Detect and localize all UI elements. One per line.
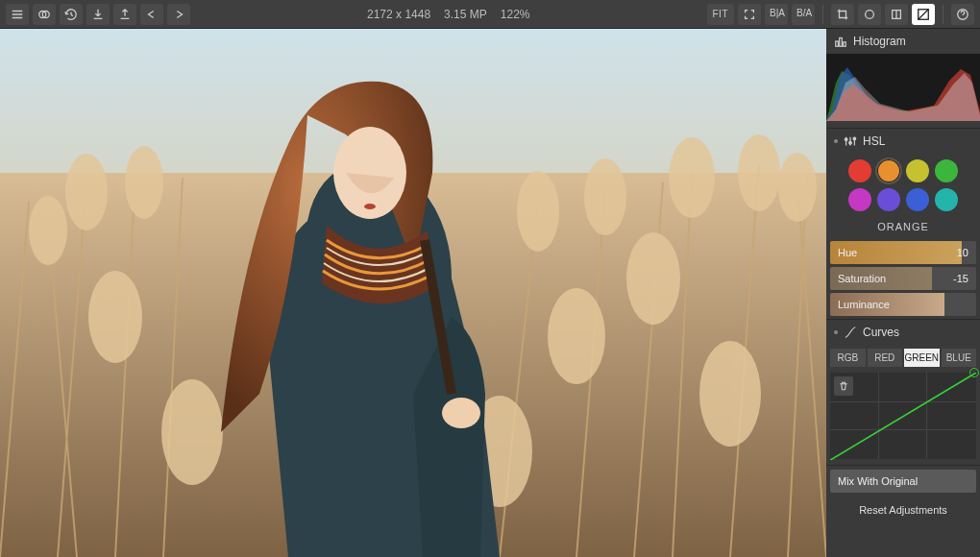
redo-button[interactable] — [167, 4, 190, 25]
curves-tab-green[interactable]: GREEN — [904, 349, 940, 367]
top-toolbar: 2172 x 1448 3.15 MP 122% FIT B|A B/A — [0, 0, 980, 29]
svg-point-2 — [866, 10, 874, 18]
hsl-color-yellow[interactable] — [906, 159, 929, 182]
hsl-color-blue[interactable] — [906, 188, 929, 211]
compare-ba-button[interactable]: B|A — [765, 4, 788, 25]
histogram-icon — [834, 35, 847, 48]
svg-point-16 — [626, 232, 680, 325]
curves-label: Curves — [863, 326, 899, 339]
help-button[interactable] — [951, 4, 974, 25]
fullscreen-button[interactable] — [738, 4, 761, 25]
svg-point-20 — [699, 341, 761, 447]
svg-point-10 — [669, 137, 715, 218]
image-zoom: 122% — [501, 8, 530, 21]
svg-point-29 — [845, 138, 847, 141]
hsl-selected-color: ORANGE — [826, 217, 980, 238]
histogram-header[interactable]: Histogram — [826, 29, 980, 54]
hsl-label: HSL — [863, 134, 885, 148]
curves-tab-red[interactable]: RED — [868, 349, 903, 367]
hsl-color-green[interactable] — [935, 159, 958, 182]
svg-rect-25 — [836, 41, 839, 46]
curve-handle[interactable] — [969, 368, 979, 377]
curves-tab-rgb[interactable]: RGB — [830, 349, 866, 367]
svg-point-9 — [125, 146, 163, 219]
circle-tool-button[interactable] — [858, 4, 881, 25]
hsl-color-aqua[interactable] — [935, 188, 958, 211]
hsl-color-purple[interactable] — [877, 188, 900, 211]
svg-point-18 — [88, 271, 142, 363]
reset-adjustments-button[interactable]: Reset Adjustments — [826, 496, 980, 523]
menu-button[interactable] — [6, 4, 29, 25]
undo-button[interactable] — [140, 4, 163, 25]
histogram-label: Histogram — [853, 35, 906, 48]
curves-icon — [844, 326, 857, 339]
hsl-color-magenta[interactable] — [848, 188, 871, 211]
svg-point-24 — [442, 398, 480, 428]
crop-tool-button[interactable] — [831, 4, 854, 25]
sliders-icon — [844, 134, 857, 148]
hsl-color-picker — [826, 154, 980, 217]
svg-point-13 — [517, 171, 559, 252]
curves-tab-blue[interactable]: BLUE — [942, 349, 977, 367]
svg-rect-26 — [840, 38, 843, 47]
luminance-slider[interactable]: Luminance — [830, 293, 976, 316]
hsl-color-red[interactable] — [848, 159, 871, 182]
svg-point-31 — [853, 137, 856, 140]
history-button[interactable] — [60, 4, 83, 25]
histogram-chart — [826, 54, 980, 121]
svg-point-14 — [29, 196, 67, 265]
hsl-header[interactable]: HSL — [826, 129, 980, 154]
fit-button[interactable]: FIT — [707, 4, 735, 25]
split-ba-button[interactable]: B/A — [792, 4, 815, 25]
adjustments-panel: Histogram HSL ORANGE — [826, 29, 980, 557]
adjust-tool-button[interactable] — [912, 4, 935, 25]
svg-point-11 — [738, 134, 780, 211]
image-info: 2172 x 1448 3.15 MP 122% — [367, 8, 529, 21]
curves-header[interactable]: Curves — [826, 320, 980, 345]
svg-point-23 — [364, 204, 376, 209]
svg-point-19 — [161, 379, 223, 485]
svg-point-8 — [65, 154, 108, 230]
download-button[interactable] — [86, 4, 110, 25]
export-button[interactable] — [113, 4, 136, 25]
image-megapixels: 3.15 MP — [444, 8, 487, 21]
svg-rect-27 — [844, 42, 846, 46]
image-canvas[interactable] — [0, 29, 826, 557]
hsl-color-orange[interactable] — [877, 159, 900, 182]
frame-tool-button[interactable] — [885, 4, 908, 25]
svg-point-12 — [584, 158, 626, 235]
layers-button[interactable] — [33, 4, 56, 25]
section-dot-icon — [834, 139, 838, 143]
mix-with-original-button[interactable]: Mix With Original — [830, 470, 976, 493]
hue-slider[interactable]: Hue 10 — [830, 241, 976, 264]
delete-curve-button[interactable] — [834, 376, 853, 396]
section-dot-icon — [834, 330, 838, 334]
saturation-slider[interactable]: Saturation -15 — [830, 267, 976, 290]
svg-point-30 — [849, 141, 852, 144]
image-dimensions: 2172 x 1448 — [367, 8, 430, 21]
svg-point-17 — [548, 288, 605, 384]
photo-placeholder — [0, 29, 826, 557]
svg-point-15 — [778, 153, 817, 222]
curves-channel-tabs: RGBREDGREENBLUE — [826, 345, 980, 371]
